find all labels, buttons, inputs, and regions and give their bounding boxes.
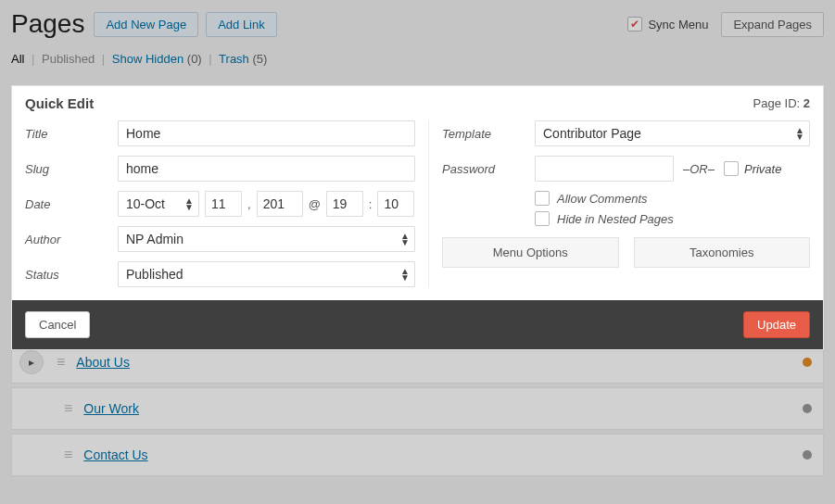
author-select[interactable]: NP Admin (118, 226, 415, 252)
month-select[interactable]: 10-Oct (118, 191, 199, 217)
sync-menu-label: Sync Menu (648, 18, 708, 32)
page-id-label: Page ID: (753, 96, 801, 110)
drag-handle-icon[interactable]: ≡ (64, 447, 70, 463)
hide-nested-checkbox[interactable] (535, 211, 550, 226)
drag-handle-icon[interactable]: ≡ (64, 400, 70, 417)
filter-show-hidden[interactable]: Show Hidden (112, 52, 183, 66)
filter-show-hidden-count: (0) (187, 52, 202, 66)
page-title: Pages (11, 9, 84, 39)
template-select[interactable]: Contributor Page (535, 120, 810, 146)
private-label: Private (744, 162, 781, 176)
title-input[interactable] (118, 120, 415, 146)
year-input[interactable] (257, 191, 303, 217)
cancel-button[interactable]: Cancel (25, 311, 90, 338)
allow-comments-checkbox[interactable] (535, 191, 550, 206)
filter-all[interactable]: All (11, 52, 24, 66)
hide-nested-label: Hide in Nested Pages (557, 212, 674, 226)
add-new-page-button[interactable]: Add New Page (94, 12, 198, 37)
status-select[interactable]: Published (118, 261, 415, 287)
label-author: Author (25, 233, 118, 246)
quick-edit-panel: Quick Edit Page ID: 2 Title Slug Date (11, 85, 824, 350)
label-template: Template (442, 127, 535, 141)
label-status: Status (25, 268, 118, 282)
label-slug: Slug (25, 162, 118, 176)
password-input[interactable] (535, 156, 674, 182)
status-dot (803, 404, 812, 413)
label-password: Password (442, 162, 535, 176)
filter-trash-count: (5) (252, 52, 267, 66)
expand-pages-button[interactable]: Expand Pages (721, 12, 824, 37)
filter-published[interactable]: Published (42, 52, 95, 66)
taxonomies-button[interactable]: Taxonomies (634, 237, 811, 268)
page-link[interactable]: Our Work (83, 401, 139, 416)
private-checkbox[interactable] (724, 161, 739, 176)
add-link-button[interactable]: Add Link (206, 12, 277, 37)
slug-input[interactable] (118, 156, 415, 182)
status-dot (803, 358, 812, 367)
page-row: ≡Our Work (11, 387, 824, 430)
day-input[interactable] (205, 191, 242, 217)
hour-input[interactable] (326, 191, 363, 217)
drag-handle-icon[interactable]: ≡ (57, 354, 63, 371)
label-date: Date (25, 197, 118, 211)
page-link[interactable]: Contact Us (83, 447, 147, 462)
page-id-value: 2 (803, 96, 810, 110)
filter-row: All | Published | Show Hidden (0) | Tras… (11, 52, 824, 66)
minute-input[interactable] (377, 191, 414, 217)
sync-menu-toggle[interactable]: Sync Menu (627, 17, 708, 32)
expand-toggle[interactable] (19, 350, 44, 374)
update-button[interactable]: Update (743, 311, 810, 338)
page-row: ≡Contact Us (11, 434, 824, 476)
menu-options-button[interactable]: Menu Options (442, 237, 619, 268)
filter-trash[interactable]: Trash (219, 52, 249, 66)
allow-comments-label: Allow Comments (557, 192, 648, 206)
label-title: Title (25, 127, 118, 141)
or-text: –OR– (683, 162, 715, 176)
page-link[interactable]: About Us (76, 355, 130, 370)
status-dot (803, 450, 812, 460)
sync-menu-checkbox[interactable] (627, 17, 642, 32)
quick-edit-heading: Quick Edit (25, 95, 94, 111)
